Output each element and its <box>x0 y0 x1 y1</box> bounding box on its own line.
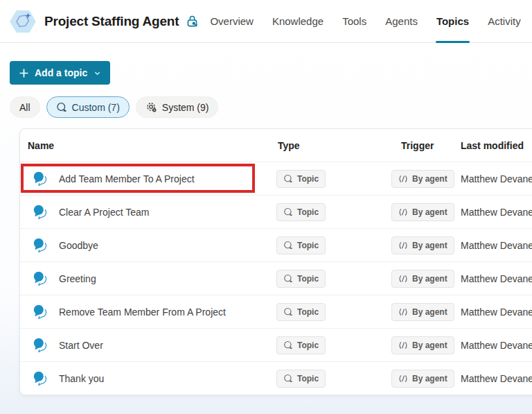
type-cell: Topic <box>276 170 391 188</box>
table-row[interactable]: Clear A Project Team Topic <box>20 195 532 228</box>
topic-filters: All Custom (7) System (9) <box>10 96 532 118</box>
topic-name: Remove Team Member From A Project <box>59 307 226 318</box>
topic-bubble-icon <box>33 371 48 386</box>
type-badge: Topic <box>276 370 326 388</box>
trigger-cell: By agent <box>391 270 461 288</box>
type-badge: Topic <box>276 170 326 188</box>
topic-name-cell[interactable]: Clear A Project Team <box>20 205 276 219</box>
trigger-badge-label: By agent <box>412 241 447 250</box>
trigger-cell: By agent <box>391 303 461 321</box>
table-row[interactable]: Start Over Topic <box>20 328 532 361</box>
table-row[interactable]: Greeting Topic <box>20 261 532 295</box>
last-modified-by: Matthew Devaney <box>461 307 532 318</box>
chat-bubble-icon <box>283 241 293 250</box>
code-parentheses-icon <box>398 307 408 317</box>
type-badge-label: Topic <box>297 307 319 317</box>
last-modified-by: Matthew Devaney <box>461 373 532 384</box>
lock-key-icon <box>185 14 200 28</box>
topic-name: Goodbye <box>59 240 98 251</box>
top-nav: Overview Knowledge Tools Agents Topics A… <box>210 0 520 43</box>
type-badge: Topic <box>276 236 326 255</box>
type-badge-label: Topic <box>297 340 319 350</box>
type-badge-label: Topic <box>297 274 319 284</box>
topic-name-cell[interactable]: Add Team Member To A Project <box>20 171 276 186</box>
topic-name: Start Over <box>59 340 103 351</box>
trigger-cell: By agent <box>391 203 461 221</box>
filter-custom[interactable]: Custom (7) <box>46 96 130 118</box>
tab-agents[interactable]: Agents <box>385 0 418 43</box>
table-row[interactable]: Remove Team Member From A Project Topic <box>20 295 532 328</box>
trigger-badge: By agent <box>391 336 454 354</box>
type-badge: Topic <box>276 303 326 321</box>
trigger-badge: By agent <box>391 203 454 221</box>
filter-custom-label: Custom (7) <box>72 102 120 113</box>
topic-name: Greeting <box>59 273 96 284</box>
topic-bubble-icon <box>33 304 48 319</box>
add-topic-button[interactable]: Add a topic <box>10 61 110 85</box>
topics-table: Name Type Trigger Last modified Add Team… <box>19 128 532 395</box>
topic-name: Clear A Project Team <box>59 207 149 218</box>
topic-bubble-icon <box>33 171 48 186</box>
type-badge-label: Topic <box>297 241 319 250</box>
table-header-row: Name Type Trigger Last modified <box>20 129 532 162</box>
app-header: Project Staffing Agent Overview Knowledg… <box>0 0 532 43</box>
topic-bubble-icon <box>33 205 48 219</box>
topics-page: Add a topic All Custom (7) <box>0 43 532 395</box>
chat-bubble-icon <box>283 374 293 383</box>
last-modified-by: Matthew Devaney <box>461 240 532 251</box>
type-cell: Topic <box>276 303 391 321</box>
tab-activity[interactable]: Activity <box>488 0 521 43</box>
tab-overview[interactable]: Overview <box>210 0 254 43</box>
agent-avatar-icon <box>10 8 36 35</box>
trigger-badge-label: By agent <box>412 274 447 284</box>
trigger-badge: By agent <box>391 170 454 188</box>
table-row[interactable]: Add Team Member To A Project Topic <box>20 162 532 195</box>
tab-knowledge[interactable]: Knowledge <box>272 0 323 43</box>
topic-name-cell[interactable]: Greeting <box>20 271 276 286</box>
trigger-badge: By agent <box>391 236 454 255</box>
trigger-badge: By agent <box>391 270 454 288</box>
chat-bubble-icon <box>283 207 293 217</box>
tab-topics[interactable]: Topics <box>436 0 469 43</box>
filter-all[interactable]: All <box>10 96 40 118</box>
column-header-name[interactable]: Name <box>20 140 276 151</box>
topic-name-cell[interactable]: Thank you <box>20 371 276 386</box>
filter-system-label: System (9) <box>162 102 209 113</box>
column-header-type[interactable]: Type <box>276 140 391 151</box>
topic-name-cell[interactable]: Remove Team Member From A Project <box>20 304 276 319</box>
table-row[interactable]: Goodbye Topic <box>20 228 532 261</box>
filter-all-label: All <box>19 102 30 113</box>
tab-tools[interactable]: Tools <box>342 0 366 43</box>
chat-bubble-icon <box>283 340 293 350</box>
column-header-last-modified[interactable]: Last modified <box>461 140 532 151</box>
chat-bubble-icon <box>283 174 293 184</box>
add-topic-label: Add a topic <box>35 67 87 78</box>
topic-name: Thank you <box>59 373 104 384</box>
type-badge: Topic <box>276 270 326 288</box>
table-body: Add Team Member To A Project Topic <box>20 162 532 395</box>
type-badge: Topic <box>276 336 326 354</box>
topic-name: Add Team Member To A Project <box>59 173 195 184</box>
last-modified-by: Matthew Devaney <box>461 340 532 351</box>
type-badge-label: Topic <box>297 207 319 217</box>
plus-icon <box>19 68 29 78</box>
trigger-cell: By agent <box>391 336 461 354</box>
column-header-trigger[interactable]: Trigger <box>391 140 461 151</box>
topic-name-cell[interactable]: Goodbye <box>20 238 276 252</box>
trigger-cell: By agent <box>391 370 461 388</box>
topic-bubble-icon <box>33 338 48 352</box>
code-parentheses-icon <box>398 241 408 250</box>
code-parentheses-icon <box>398 274 408 284</box>
trigger-badge: By agent <box>391 370 454 388</box>
trigger-cell: By agent <box>391 236 461 255</box>
table-row[interactable]: Thank you Topic <box>20 361 532 395</box>
type-cell: Topic <box>276 203 391 221</box>
type-badge: Topic <box>276 203 326 221</box>
trigger-badge-label: By agent <box>412 207 447 217</box>
topic-name-cell[interactable]: Start Over <box>20 338 276 352</box>
type-cell: Topic <box>276 336 391 354</box>
chat-bubble-icon <box>56 102 67 113</box>
trigger-badge: By agent <box>391 303 454 321</box>
code-parentheses-icon <box>398 174 408 184</box>
filter-system[interactable]: System (9) <box>136 96 219 118</box>
